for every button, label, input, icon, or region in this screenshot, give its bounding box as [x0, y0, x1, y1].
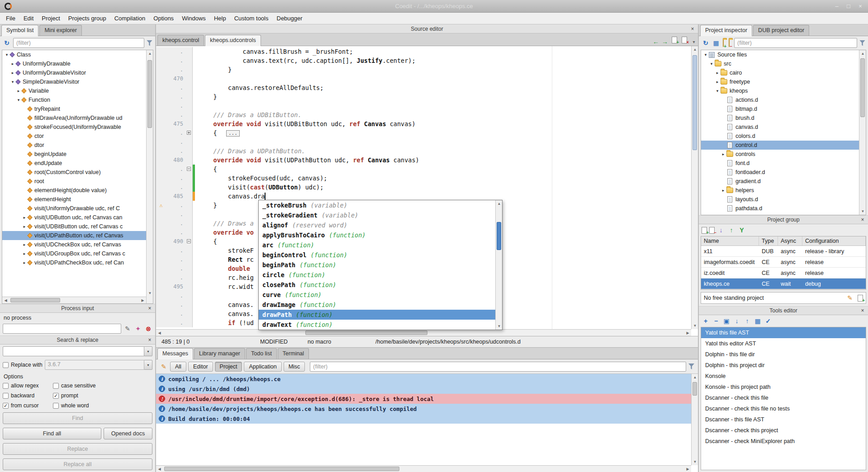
completion-item[interactable]: _strokeBrush(variable) [259, 200, 502, 210]
symbol-tree-item[interactable]: ▸visit(UDGroupBox udc, ref Canvas c [2, 249, 146, 258]
file-tree-item[interactable]: ▸freetype [701, 77, 859, 86]
scroll-right-icon[interactable]: ▶ [684, 330, 691, 336]
close-document-icon[interactable]: × [682, 37, 687, 43]
file-tree-item[interactable]: colors.d [701, 132, 859, 141]
tab-dub-project-editor[interactable]: DUB project editor [753, 25, 809, 36]
symbol-tree-item[interactable]: tryRepaint [2, 104, 146, 113]
new-document-icon[interactable]: + [672, 37, 677, 43]
file-tree-item[interactable]: fontloader.d [701, 168, 859, 177]
close-icon[interactable]: × [859, 307, 866, 314]
checkbox-box[interactable] [3, 383, 9, 389]
editor-hscrollbar[interactable]: ◀ ▶ [156, 329, 691, 336]
chevron-down-icon[interactable]: ▾ [144, 346, 152, 356]
nav-forward-icon[interactable]: → [661, 38, 669, 46]
project-filter-input[interactable] [734, 38, 857, 48]
file-tree-item[interactable]: ▾Source files [701, 50, 859, 59]
close-icon[interactable]: × [147, 305, 153, 312]
cancel-process-icon[interactable]: ⊗ [144, 325, 152, 333]
project-row[interactable]: kheops.ceCEwaitdebug [701, 278, 866, 289]
replace-button[interactable]: Replace [3, 443, 152, 455]
symbol-tree-item[interactable]: visit(UniformlyDrawable udc, ref C [2, 204, 146, 213]
tab-library-manager[interactable]: Library manager [194, 348, 245, 359]
scroll-up-icon[interactable]: ▲ [692, 46, 698, 53]
menu-item-projects-group[interactable]: Projects group [64, 14, 110, 23]
code-line[interactable]: . } [156, 65, 691, 74]
completion-item[interactable]: beginControl(function) [259, 250, 502, 260]
scroll-thumb[interactable] [164, 467, 399, 471]
symbol-tree-hscrollbar[interactable]: ◀ ▶ [2, 297, 146, 303]
file-tree-item[interactable]: layouts.d [701, 195, 859, 204]
tab-todo-list[interactable]: Todo list [246, 348, 277, 359]
file-tree-item[interactable]: ▸helpers [701, 186, 859, 195]
expand-arrow-icon[interactable]: ▾ [4, 52, 9, 57]
file-tree-item[interactable]: ▾src [701, 59, 859, 68]
symbol-tree-item[interactable]: ▾Function [2, 95, 146, 104]
file-tree-item[interactable]: ▸controls [701, 150, 859, 159]
symbol-tree-item[interactable]: ▾SimpleDrawableVisitor [2, 77, 146, 86]
menu-item-help[interactable]: Help [210, 14, 230, 23]
add-tool-icon[interactable]: + [702, 317, 710, 325]
code-line[interactable]: . canvas.text(rc, udc.caption[], Justify… [156, 56, 691, 65]
completion-item[interactable]: closePath(function) [259, 280, 502, 290]
clone-tool-icon[interactable]: ▣ [722, 317, 730, 325]
expand-arrow-icon[interactable]: ▸ [721, 188, 726, 193]
chevron-down-icon[interactable]: ▾ [144, 360, 152, 370]
checkbox-allow-regex[interactable]: allow regex [3, 381, 53, 391]
message-row[interactable]: iusing /usr/bin/dmd (dmd) [156, 384, 691, 394]
symbol-tree-item[interactable]: root [2, 177, 146, 186]
scroll-left-icon[interactable]: ◀ [156, 466, 163, 472]
project-row[interactable]: x11DUBasyncrelease - library [701, 246, 866, 257]
scroll-down-icon[interactable]: ▼ [859, 208, 866, 215]
tool-item[interactable]: Dscanner - this file AST [701, 414, 866, 425]
menu-item-options[interactable]: Options [149, 14, 178, 23]
file-tree-item[interactable]: brush.d [701, 113, 859, 123]
expand-arrow-icon[interactable]: ▾ [10, 80, 15, 84]
completion-item[interactable]: arc(function) [259, 240, 502, 250]
close-icon[interactable]: × [689, 26, 696, 32]
messages-vscrollbar[interactable]: ▲ ▼ [691, 374, 698, 465]
completion-item[interactable]: circle(function) [259, 270, 502, 280]
file-tree-item[interactable]: control.d [701, 141, 859, 150]
code-line[interactable]: . visit(cast(UDButton) udc); [156, 183, 691, 192]
code-line[interactable]: 470 [156, 74, 691, 83]
code-line[interactable]: . [156, 137, 691, 146]
symbol-tree-item[interactable]: elementHeight [2, 195, 146, 204]
fold-toggle-icon[interactable] [187, 131, 191, 135]
tool-item[interactable]: Dscanner - check this file no tests [701, 403, 866, 414]
symbol-tree-item[interactable]: beginUpdate [2, 150, 146, 159]
move-project-up-icon[interactable]: ↑ [727, 226, 735, 234]
code-line[interactable]: . canvas.fillBrush = _brushFont; [156, 47, 691, 56]
scroll-left-icon[interactable]: ◀ [2, 297, 9, 304]
scroll-thumb[interactable] [147, 60, 152, 128]
replace-with-value[interactable]: 3.6.7 [45, 360, 144, 370]
symbol-tree-item[interactable]: strokeFocused(UniformlyDrawable [2, 123, 146, 132]
funnel-icon[interactable] [147, 40, 152, 46]
code-line[interactable]: . { ... [156, 128, 691, 137]
scroll-left-icon[interactable]: ◀ [156, 330, 163, 336]
close-icon[interactable]: × [859, 217, 866, 223]
code-line[interactable]: . [156, 101, 691, 110]
scroll-thumb[interactable] [497, 222, 501, 250]
file-tree-item[interactable]: ▸cairo [701, 68, 859, 77]
file-tree-item[interactable]: ▾kheops [701, 86, 859, 95]
fold-ellipsis-icon[interactable]: ... [226, 130, 240, 137]
tree-view-icon[interactable]: ▦ [712, 39, 720, 47]
expand-arrow-icon[interactable]: ▾ [715, 89, 720, 93]
message-row[interactable]: iBuild duration: 00:00:04 [156, 414, 691, 424]
symbol-tree-item[interactable]: ▸visit(UDPathCheckBox udc, ref Can [2, 258, 146, 267]
search-term-input[interactable] [3, 346, 144, 356]
code-line[interactable]: 480 override void visit(UDPathButton udc… [156, 156, 691, 165]
menu-item-compilation[interactable]: Compilation [110, 14, 150, 23]
menu-item-edit[interactable]: Edit [19, 14, 38, 23]
checkbox-box[interactable] [3, 393, 9, 399]
expand-arrow-icon[interactable]: ▸ [715, 80, 720, 84]
scroll-down-icon[interactable]: ▼ [692, 458, 698, 465]
move-tool-down-icon[interactable]: ↓ [733, 317, 741, 325]
refresh-symbols-icon[interactable]: ↻ [3, 39, 11, 47]
tool-item[interactable]: Dolphin - this project dir [701, 360, 866, 371]
expand-arrow-icon[interactable]: ▾ [709, 61, 714, 66]
filter-all[interactable]: All [170, 362, 186, 372]
move-tool-up-icon[interactable]: ↑ [743, 317, 751, 325]
scroll-thumb[interactable] [693, 55, 697, 150]
fold-toggle-icon[interactable] [187, 167, 191, 171]
